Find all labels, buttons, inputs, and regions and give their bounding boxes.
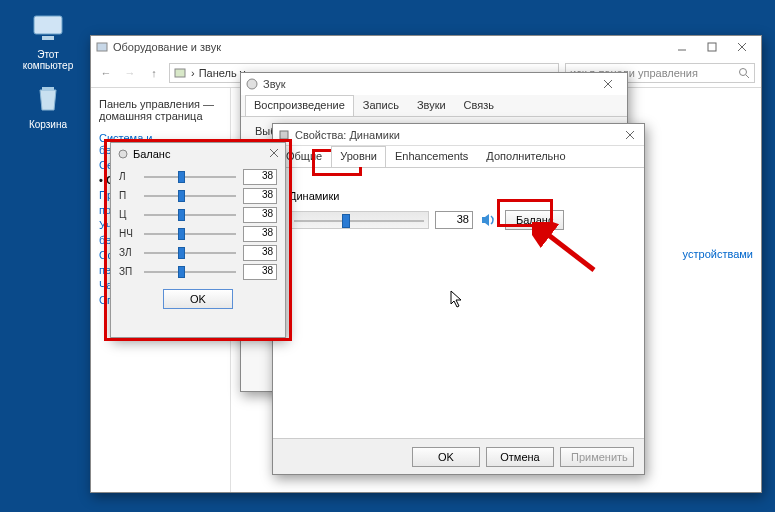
channel-row: НЧ38 <box>119 224 277 243</box>
channel-row: ЗП38 <box>119 262 277 281</box>
svg-point-11 <box>247 79 257 89</box>
folder-icon <box>174 67 188 79</box>
svg-point-18 <box>119 150 127 158</box>
channel-label: ЗЛ <box>119 247 137 258</box>
channel-slider[interactable] <box>142 227 238 241</box>
channel-row: Л38 <box>119 167 277 186</box>
desktop-label: Корзина <box>29 119 67 130</box>
volume-value[interactable]: 38 <box>435 211 473 229</box>
balance-icon <box>117 148 129 160</box>
svg-rect-8 <box>175 69 185 77</box>
app-icon <box>95 40 109 54</box>
titlebar[interactable]: Свойства: Динамики <box>273 124 644 146</box>
window-title: Звук <box>263 78 286 90</box>
props-tabs: Общие Уровни Enhancements Дополнительно <box>273 146 644 168</box>
tab-levels[interactable]: Уровни <box>331 146 386 167</box>
window-properties: Свойства: Динамики Общие Уровни Enhancem… <box>272 123 645 475</box>
titlebar[interactable]: Оборудование и звук <box>91 36 761 58</box>
desktop-label: Этот компьютер <box>23 49 73 71</box>
channel-slider[interactable] <box>142 170 238 184</box>
mute-icon[interactable] <box>479 211 499 229</box>
breadcrumb-text: Панель у <box>199 67 246 79</box>
volume-slider[interactable] <box>289 211 429 229</box>
apply-button[interactable]: Применить <box>560 447 634 467</box>
cancel-button[interactable]: Отмена <box>486 447 554 467</box>
up-button[interactable]: ↑ <box>145 64 163 82</box>
channel-value[interactable]: 38 <box>243 226 277 242</box>
channel-label: НЧ <box>119 228 137 239</box>
ok-button[interactable]: OK <box>412 447 480 467</box>
forward-button[interactable]: → <box>121 64 139 82</box>
channel-value[interactable]: 38 <box>243 245 277 261</box>
sound-icon <box>245 77 259 91</box>
balance-footer: OK <box>111 283 285 315</box>
channel-value[interactable]: 38 <box>243 264 277 280</box>
window-title: Свойства: Динамики <box>295 129 400 141</box>
close-button[interactable] <box>727 37 757 57</box>
channel-row: ЗЛ38 <box>119 243 277 262</box>
content-link[interactable]: устройствами <box>683 248 753 260</box>
channel-label: Л <box>119 171 137 182</box>
window-title: Оборудование и звук <box>113 41 221 53</box>
channel-label: ЗП <box>119 266 137 277</box>
channel-slider[interactable] <box>142 208 238 222</box>
tab-advanced[interactable]: Дополнительно <box>477 146 574 167</box>
props-body: Динамики 38 Баланс <box>273 168 644 244</box>
tab-sounds[interactable]: Звуки <box>408 95 455 116</box>
channel-value[interactable]: 38 <box>243 207 277 223</box>
svg-rect-3 <box>97 43 107 51</box>
props-footer: OK Отмена Применить <box>273 438 644 474</box>
svg-line-10 <box>746 75 749 78</box>
titlebar[interactable]: Звук <box>241 73 627 95</box>
close-button[interactable] <box>618 126 642 144</box>
channel-label: П <box>119 190 137 201</box>
desktop-icon-bin[interactable]: Корзина <box>18 80 78 130</box>
channel-slider[interactable] <box>142 246 238 260</box>
minimize-button[interactable] <box>667 37 697 57</box>
sound-tabs: Воспроизведение Запись Звуки Связь <box>241 95 627 117</box>
channel-slider[interactable] <box>142 265 238 279</box>
search-icon <box>738 67 750 79</box>
channel-row: Ц38 <box>119 205 277 224</box>
close-button[interactable] <box>593 74 623 94</box>
desktop-icon-pc[interactable]: Этот компьютер <box>18 10 78 71</box>
back-button[interactable]: ← <box>97 64 115 82</box>
svg-marker-17 <box>482 214 489 226</box>
sidebar-home[interactable]: Панель управления — домашняя страница <box>99 98 222 122</box>
svg-rect-0 <box>34 16 62 34</box>
window-balance: Баланс Л38 П38 Ц38 НЧ38 ЗЛ38 ЗП38 OK <box>110 142 286 338</box>
close-button[interactable] <box>269 148 279 160</box>
maximize-button[interactable] <box>697 37 727 57</box>
levels-group-label: Динамики <box>289 190 628 202</box>
channel-value[interactable]: 38 <box>243 188 277 204</box>
svg-rect-5 <box>708 43 716 51</box>
tab-communications[interactable]: Связь <box>455 95 503 116</box>
pc-icon <box>30 10 66 46</box>
channel-label: Ц <box>119 209 137 220</box>
window-title: Баланс <box>133 148 170 160</box>
svg-rect-2 <box>42 87 54 90</box>
svg-point-9 <box>740 68 747 75</box>
tab-recording[interactable]: Запись <box>354 95 408 116</box>
svg-rect-1 <box>42 36 54 40</box>
channel-row: П38 <box>119 186 277 205</box>
channel-slider[interactable] <box>142 189 238 203</box>
svg-rect-14 <box>280 131 288 139</box>
ok-button[interactable]: OK <box>163 289 233 309</box>
channel-value[interactable]: 38 <box>243 169 277 185</box>
recycle-bin-icon <box>30 80 66 116</box>
speaker-properties-icon <box>277 128 291 142</box>
balance-body: Л38 П38 Ц38 НЧ38 ЗЛ38 ЗП38 <box>111 165 285 283</box>
titlebar[interactable]: Баланс <box>111 143 285 165</box>
tab-enhancements[interactable]: Enhancements <box>386 146 477 167</box>
balance-button[interactable]: Баланс <box>505 210 564 230</box>
tab-playback[interactable]: Воспроизведение <box>245 95 354 116</box>
